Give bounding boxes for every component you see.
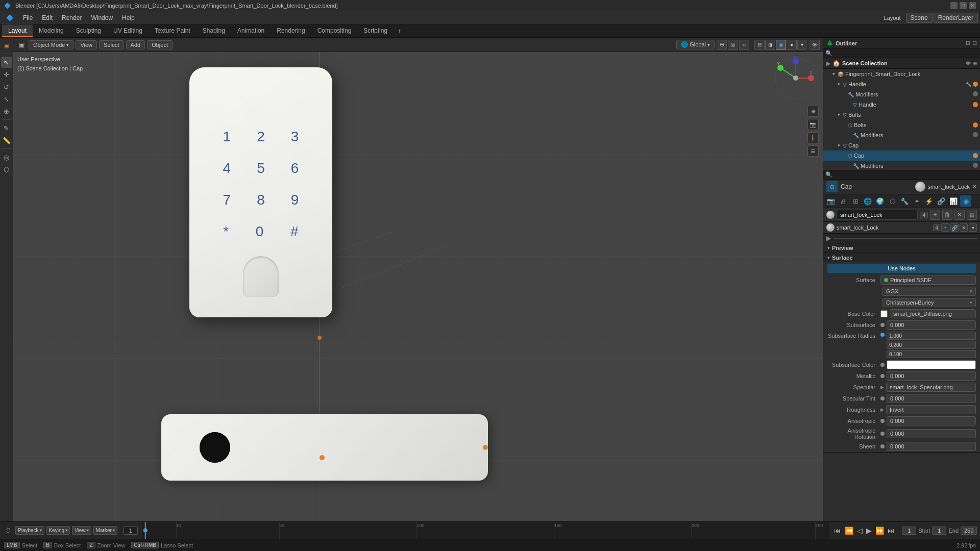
props-tab-constraints[interactable]: 🔗 bbox=[936, 195, 947, 207]
frame-current-display[interactable]: 1 bbox=[124, 527, 138, 535]
menu-window[interactable]: Window bbox=[87, 13, 117, 22]
tab-shading[interactable]: Shading bbox=[197, 24, 231, 37]
view-menu[interactable]: View bbox=[76, 40, 97, 49]
props-tab-scene[interactable]: 🌐 bbox=[862, 195, 873, 207]
viewport-3d[interactable]: ▣ Object Mode ▾ View Select Add Object 🌐… bbox=[13, 38, 823, 521]
metallic-value[interactable]: 0.000 bbox=[887, 371, 976, 381]
tab-scripting[interactable]: Scripting bbox=[357, 24, 394, 37]
tab-layout[interactable]: Layout bbox=[2, 24, 33, 37]
end-frame-input[interactable]: 250 bbox=[961, 527, 977, 535]
outliner-item-modifiers2[interactable]: 🔧 Modifiers bbox=[823, 130, 980, 140]
mat-extra-btn[interactable]: ▾ bbox=[969, 223, 977, 232]
subsurface-value[interactable]: 0.000 bbox=[887, 320, 976, 330]
props-tab-data[interactable]: 📊 bbox=[948, 195, 959, 207]
maximize-button[interactable]: □ bbox=[960, 2, 967, 9]
delete-material-btn[interactable]: 🗑 bbox=[942, 210, 952, 220]
rotate-tool[interactable]: ↺ bbox=[1, 81, 12, 92]
proportional-icon[interactable]: ○ bbox=[739, 40, 749, 50]
keying-menu[interactable]: Keying ▾ bbox=[46, 526, 70, 535]
blender-logo[interactable]: 🔷 bbox=[4, 3, 11, 9]
ggx-dropdown[interactable]: GGX ▾ bbox=[883, 287, 976, 296]
base-color-texture[interactable]: smart_lock_Diffuse.png bbox=[890, 309, 976, 318]
tab-animation[interactable]: Animation bbox=[231, 24, 271, 37]
restrict-icon[interactable]: ⊕ bbox=[973, 61, 977, 66]
add-workspace[interactable]: + bbox=[394, 24, 405, 37]
outliner-item-modifiers1[interactable]: 🔧 Modifiers bbox=[823, 89, 980, 99]
props-tab-modifier[interactable]: 🔧 bbox=[899, 195, 910, 207]
step-fwd-btn[interactable]: ⏩ bbox=[874, 527, 885, 535]
pivot-icon[interactable]: ◎ bbox=[728, 40, 738, 50]
preview-header[interactable]: ▾ Preview bbox=[823, 243, 980, 253]
surface-value[interactable]: Principled BSDF bbox=[880, 276, 976, 285]
outliner-item-bolts-mesh[interactable]: ⬡ Bolts bbox=[823, 120, 980, 130]
expand-arrow[interactable]: ▶ bbox=[826, 235, 831, 242]
use-nodes-button[interactable]: Use Nodes bbox=[827, 264, 976, 273]
specular-expand-arrow[interactable]: ▶ bbox=[880, 385, 884, 390]
mat-close-btn[interactable]: ✕ bbox=[960, 223, 968, 232]
material-extra-options[interactable]: ⊟ bbox=[967, 210, 977, 220]
props-tab-particles[interactable]: ✦ bbox=[911, 195, 922, 207]
material-shade[interactable]: ◉ bbox=[776, 40, 786, 50]
outliner-item-modifiers3[interactable]: 🔧 Modifiers bbox=[823, 161, 980, 170]
outliner-sort-icon[interactable]: ⊟ bbox=[972, 40, 977, 46]
outliner-item-bolts-col[interactable]: ▾ ▽ Bolts bbox=[823, 110, 980, 120]
playback-menu[interactable]: Playback ▾ bbox=[15, 526, 44, 535]
walk-nav-icon[interactable]: 🚶 bbox=[807, 132, 819, 143]
close-button[interactable]: ✕ bbox=[969, 2, 976, 9]
mat-new-btn[interactable]: + bbox=[941, 223, 949, 232]
add-object-tool[interactable]: ⬡ bbox=[1, 164, 12, 175]
tab-compositing[interactable]: Compositing bbox=[311, 24, 358, 37]
jump-end-btn[interactable]: ⏭ bbox=[887, 527, 896, 535]
anisotropic-value[interactable]: 0.000 bbox=[887, 416, 976, 425]
props-tab-physics[interactable]: ⚡ bbox=[923, 195, 935, 207]
object-menu[interactable]: Object bbox=[147, 40, 173, 49]
minimize-button[interactable]: ─ bbox=[950, 2, 958, 9]
subsurface-color-swatch[interactable] bbox=[887, 360, 976, 369]
zoom-extents-icon[interactable]: ⊕ bbox=[807, 106, 819, 117]
menu-help[interactable]: Help bbox=[118, 13, 139, 22]
menu-blender[interactable]: 🔷 bbox=[2, 13, 18, 22]
camera-view-icon[interactable]: 📷 bbox=[807, 119, 819, 130]
scene-selector[interactable]: Scene bbox=[906, 13, 933, 23]
outliner-item-handle-col[interactable]: ▾ ▽ Handle 🔧 bbox=[823, 79, 980, 89]
collection-visibility-icon[interactable]: ☰ bbox=[807, 145, 819, 157]
cursor-tool[interactable]: ◎ bbox=[1, 152, 12, 163]
props-tab-view[interactable]: ⊞ bbox=[850, 195, 861, 207]
object-mode-dropdown[interactable]: Object Mode ▾ bbox=[29, 40, 74, 49]
start-frame-input[interactable]: 1 bbox=[932, 527, 946, 535]
play-btn[interactable]: ▶ bbox=[865, 527, 873, 535]
base-color-swatch[interactable] bbox=[880, 310, 888, 317]
step-back-btn[interactable]: ⏪ bbox=[844, 527, 854, 535]
outliner-search[interactable] bbox=[835, 51, 978, 57]
material-name-input-field[interactable]: smart_lock_Lock bbox=[837, 210, 918, 220]
outliner-item[interactable]: ▾ 📦 Fingerprint_Smart_Door_Lock bbox=[823, 69, 980, 79]
subsurface-r[interactable]: 1.000 bbox=[887, 332, 976, 340]
christensen-dropdown[interactable]: Christensen-Burley ▾ bbox=[883, 298, 976, 307]
mat-link-btn[interactable]: 🔗 bbox=[950, 223, 959, 232]
menu-edit[interactable]: Edit bbox=[38, 13, 57, 22]
frame-scrubber[interactable]: 10 50 100 150 200 250 bbox=[142, 522, 829, 539]
menu-file[interactable]: File bbox=[19, 13, 37, 22]
tab-rendering[interactable]: Rendering bbox=[271, 24, 311, 37]
global-selector[interactable]: 🌐 Global ▾ bbox=[676, 40, 715, 49]
view-3d-icon[interactable]: ▣ bbox=[1, 40, 12, 51]
specular-texture[interactable]: smart_lock_Specular.png bbox=[886, 383, 976, 392]
props-tab-world[interactable]: 🌍 bbox=[874, 195, 886, 207]
tab-texture-paint[interactable]: Texture Paint bbox=[149, 24, 197, 37]
tab-uv-editing[interactable]: UV Editing bbox=[107, 24, 149, 37]
tab-sculpting[interactable]: Sculpting bbox=[70, 24, 107, 37]
render-shade[interactable]: ● bbox=[787, 40, 797, 50]
subsurface-b[interactable]: 0.100 bbox=[887, 350, 976, 358]
roughness-expand-arrow[interactable]: ▶ bbox=[880, 407, 884, 412]
transform-tool[interactable]: ⊕ bbox=[1, 106, 12, 117]
outliner-item-cap-col[interactable]: ▾ ▽ Cap bbox=[823, 140, 980, 151]
sheen-value[interactable]: 0.000 bbox=[887, 442, 976, 451]
subsurface-g[interactable]: 0.200 bbox=[887, 341, 976, 349]
render-layer-selector[interactable]: RenderLayer bbox=[934, 13, 978, 23]
add-menu[interactable]: Add bbox=[126, 40, 145, 49]
select-tool[interactable]: ↖ bbox=[1, 57, 12, 68]
tab-modeling[interactable]: Modeling bbox=[33, 24, 70, 37]
outliner-filter-icon[interactable]: ⊞ bbox=[966, 40, 970, 46]
props-tab-output[interactable]: 🖨 bbox=[838, 195, 849, 207]
move-tool[interactable]: ✛ bbox=[1, 69, 12, 80]
